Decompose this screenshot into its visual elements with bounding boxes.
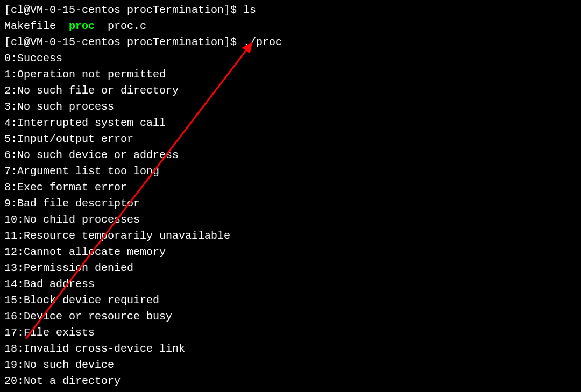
- error-line: 15:Block device required: [4, 293, 577, 309]
- command-run-proc: ./proc: [243, 36, 282, 48]
- command-ls: ls: [243, 4, 256, 16]
- shell-prompt-1: [cl@VM-0-15-centos procTermination]$: [4, 4, 243, 16]
- error-line: 10:No child processes: [4, 212, 577, 228]
- shell-prompt-2: [cl@VM-0-15-centos procTermination]$: [4, 36, 243, 48]
- error-line: 20:Not a directory: [4, 373, 577, 389]
- error-line: 4:Interrupted system call: [4, 115, 577, 131]
- error-line: 9:Bad file descriptor: [4, 196, 577, 212]
- file-proc-c: proc.c: [108, 20, 146, 32]
- error-line: 19:No such device: [4, 357, 577, 373]
- error-line: 8:Exec format error: [4, 180, 577, 196]
- error-line: 13:Permission denied: [4, 260, 577, 276]
- error-line: 17:File exists: [4, 325, 577, 341]
- file-proc-executable: proc: [69, 20, 95, 32]
- error-line: 1:Operation not permitted: [4, 67, 577, 83]
- error-line: 16:Device or resource busy: [4, 309, 577, 325]
- file-makefile: Makefile: [4, 20, 56, 32]
- error-line: 2:No such file or directory: [4, 83, 577, 99]
- prompt-line-1[interactable]: [cl@VM-0-15-centos procTermination]$ ls: [4, 2, 577, 18]
- error-line: 14:Bad address: [4, 276, 577, 293]
- error-line: 0:Success: [4, 51, 577, 67]
- error-line: 7:Argument list too long: [4, 163, 577, 180]
- ls-output-line: Makefile proc proc.c: [4, 18, 577, 34]
- error-line: 11:Resource temporarily unavailable: [4, 228, 577, 244]
- error-line: 21:Is a directory: [4, 389, 577, 392]
- error-line: 18:Invalid cross-device link: [4, 341, 577, 357]
- error-line: 12:Cannot allocate memory: [4, 244, 577, 260]
- error-line: 5:Input/output error: [4, 131, 577, 147]
- error-line: 6:No such device or address: [4, 147, 577, 163]
- prompt-line-2[interactable]: [cl@VM-0-15-centos procTermination]$ ./p…: [4, 34, 577, 51]
- error-line: 3:No such process: [4, 99, 577, 115]
